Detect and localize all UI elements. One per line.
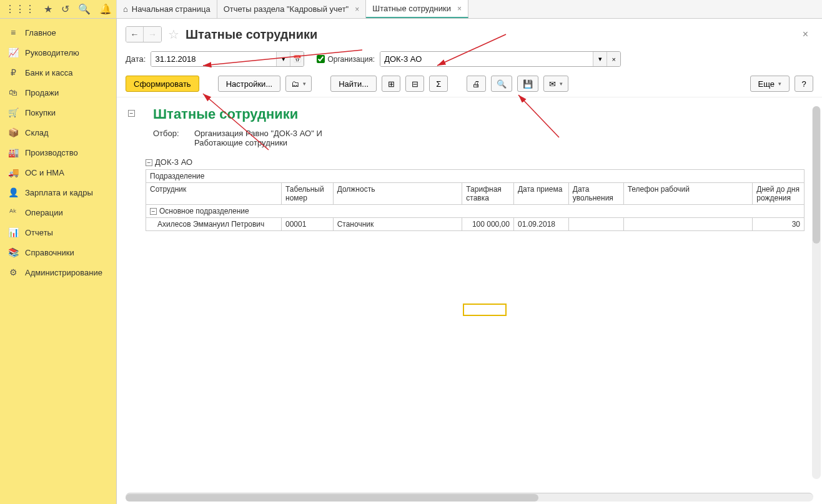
horizontal-scrollbar[interactable] xyxy=(126,493,813,502)
ak-icon: ᴬᵏ xyxy=(7,207,19,217)
close-icon[interactable]: × xyxy=(457,4,462,13)
apps-icon[interactable]: ⋮⋮⋮ xyxy=(5,3,35,15)
help-button[interactable]: ? xyxy=(795,76,813,92)
sidebar-item-label: Главное xyxy=(25,28,56,37)
forward-button[interactable]: → xyxy=(144,27,161,42)
variants-button[interactable]: 🗂▾ xyxy=(285,76,312,92)
help-button-label: ? xyxy=(801,79,806,89)
date-calendar-button[interactable]: 📅 xyxy=(290,52,304,66)
cell-rate: 100 000,00 xyxy=(462,218,514,231)
org-group-name: ДОК-3 АО xyxy=(155,157,192,167)
sidebar-item-label: ОС и НМА xyxy=(25,168,64,177)
chart-icon: 📈 xyxy=(7,47,19,57)
sidebar-item-production[interactable]: 🏭Производство xyxy=(0,142,116,162)
settings-button[interactable]: Настройки... xyxy=(218,76,281,92)
cell-position: Станочник xyxy=(333,218,462,231)
generate-button[interactable]: Сформировать xyxy=(126,76,199,92)
report-title: Штатные сотрудники xyxy=(153,106,805,122)
sidebar-item-sales[interactable]: 🛍Продажи xyxy=(0,82,116,102)
scrollbar-thumb[interactable] xyxy=(813,106,820,244)
org-input[interactable] xyxy=(380,52,593,66)
org-checkbox-group[interactable]: Организация: xyxy=(317,55,375,64)
vertical-scrollbar[interactable] xyxy=(812,106,821,479)
sidebar-item-label: Банк и касса xyxy=(25,68,73,77)
favorite-icon[interactable]: ☆ xyxy=(168,27,179,42)
back-button[interactable]: ← xyxy=(126,27,144,42)
preview-button[interactable]: 🔍 xyxy=(491,76,512,92)
ruble-icon: ₽ xyxy=(7,67,19,77)
col-phone: Телефон рабочий xyxy=(623,183,753,205)
filter-summary-label: Отбор: xyxy=(153,129,184,147)
print-button[interactable]: 🖨 xyxy=(467,76,486,92)
close-page-button[interactable]: × xyxy=(803,29,813,40)
search-icon[interactable]: 🔍 xyxy=(78,3,91,15)
cart-icon: 🛒 xyxy=(7,107,19,117)
sidebar-item-reports[interactable]: 📊Отчеты xyxy=(0,222,116,242)
cell-fire xyxy=(568,218,623,231)
table-row: Ахилесов Эммануил Петрович 00001 Станочн… xyxy=(146,218,805,231)
sidebar-item-purchases[interactable]: 🛒Покупки xyxy=(0,102,116,122)
app-toolbar-icons: ⋮⋮⋮ ★ ↺ 🔍 🔔 xyxy=(0,0,117,18)
sidebar-item-hr[interactable]: 👤Зарплата и кадры xyxy=(0,182,116,202)
sidebar-item-bank[interactable]: ₽Банк и касса xyxy=(0,62,116,82)
tab-home-label: Начальная страница xyxy=(132,4,210,14)
report-area: Штатные сотрудники − Отбор: Организация … xyxy=(117,97,822,493)
selected-cell-marker xyxy=(463,304,507,316)
org-clear-button[interactable]: × xyxy=(607,52,620,66)
col-tabnum: Табельный номер xyxy=(282,183,334,205)
sidebar-item-label: Производство xyxy=(25,148,78,157)
org-label: Организация: xyxy=(327,55,375,64)
tab-staff[interactable]: Штатные сотрудники × xyxy=(366,0,468,18)
save-button[interactable]: 💾 xyxy=(517,76,538,92)
bell-icon[interactable]: 🔔 xyxy=(99,3,112,15)
sidebar-item-catalogs[interactable]: 📚Справочники xyxy=(0,242,116,262)
generate-button-label: Сформировать xyxy=(134,79,191,89)
col-hire: Дата приема xyxy=(513,183,568,205)
find-button-label: Найти... xyxy=(339,79,369,89)
sidebar-item-label: Справочники xyxy=(25,248,74,257)
date-label: Дата: xyxy=(126,54,146,64)
sidebar-item-label: Отчеты xyxy=(25,228,53,237)
sidebar-item-admin[interactable]: ⚙Администрирование xyxy=(0,262,116,282)
sidebar-item-label: Операции xyxy=(25,208,63,217)
col-position: Должность xyxy=(333,183,462,205)
col-bd: Дней до дня рождения xyxy=(753,183,805,205)
date-dropdown-button[interactable]: ▾ xyxy=(276,52,290,66)
date-input[interactable] xyxy=(151,52,276,66)
sidebar-item-assets[interactable]: 🚚ОС и НМА xyxy=(0,162,116,182)
dept-row: −Основное подразделение xyxy=(146,205,805,218)
email-button[interactable]: ✉▾ xyxy=(543,76,568,92)
star-icon[interactable]: ★ xyxy=(44,3,52,15)
sum-button[interactable]: Σ xyxy=(429,76,448,92)
collapse-button[interactable]: ⊟ xyxy=(405,76,424,92)
gear-icon: ⚙ xyxy=(7,267,19,277)
col-employee: Сотрудник xyxy=(146,183,282,205)
sidebar-item-manager[interactable]: 📈Руководителю xyxy=(0,42,116,62)
tab-home[interactable]: ⌂ Начальная страница xyxy=(117,0,217,18)
find-button[interactable]: Найти... xyxy=(330,76,377,92)
bars-icon: 📊 xyxy=(7,227,19,237)
filter-summary-line2: Работающие сотрудники xyxy=(194,138,322,147)
sidebar-item-operations[interactable]: ᴬᵏОперации xyxy=(0,202,116,222)
close-icon[interactable]: × xyxy=(355,5,359,14)
sidebar-item-label: Зарплата и кадры xyxy=(25,188,93,197)
sidebar-item-label: Администрирование xyxy=(25,268,102,277)
tree-toggle[interactable]: − xyxy=(128,110,135,117)
box-icon: 📦 xyxy=(7,127,19,137)
org-checkbox[interactable] xyxy=(317,55,325,63)
history-icon[interactable]: ↺ xyxy=(61,3,69,15)
scrollbar-thumb[interactable] xyxy=(126,494,538,502)
tree-toggle[interactable]: − xyxy=(150,208,157,215)
page-title: Штатные сотрудники xyxy=(186,27,317,42)
sidebar-item-main[interactable]: ≡Главное xyxy=(0,22,116,42)
sidebar-item-label: Руководителю xyxy=(25,48,79,57)
more-button-label: Еще xyxy=(758,79,775,89)
expand-button[interactable]: ⊞ xyxy=(382,76,400,92)
tree-toggle[interactable]: − xyxy=(146,159,152,166)
org-dropdown-button[interactable]: ▾ xyxy=(593,52,607,66)
more-button[interactable]: Еще▾ xyxy=(750,76,790,92)
sidebar-item-stock[interactable]: 📦Склад xyxy=(0,122,116,142)
col-dept: Подразделение xyxy=(146,170,805,183)
tab-reports[interactable]: Отчеты раздела "Кадровый учет" × xyxy=(217,0,367,18)
tab-bar: ⋮⋮⋮ ★ ↺ 🔍 🔔 ⌂ Начальная страница Отчеты … xyxy=(0,0,822,19)
